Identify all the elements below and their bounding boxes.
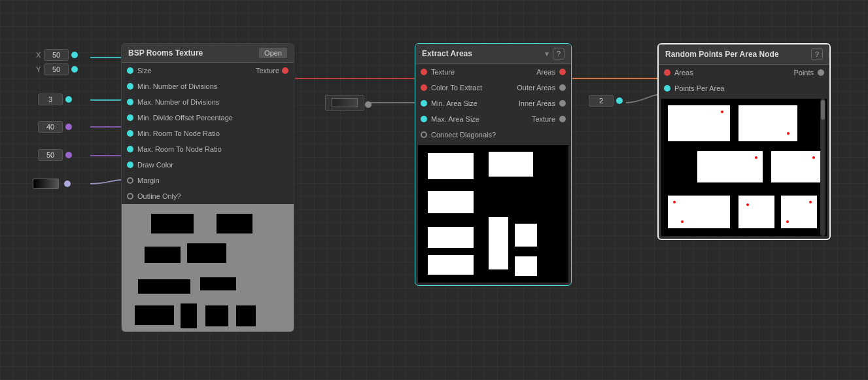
color-inner <box>332 98 358 107</box>
room-rect-4 <box>187 243 226 263</box>
texture-row: Texture Areas <box>415 64 571 80</box>
random-areas-row: Areas Points <box>659 65 829 80</box>
margin-label: Margin <box>137 177 288 184</box>
random-areas-label: Areas <box>674 69 793 77</box>
extract-rect-2 <box>428 191 474 213</box>
rp-rect-3 <box>697 151 763 182</box>
extract-preview <box>418 145 568 283</box>
min-divisions-row: Min. Number of Divisions <box>122 78 294 94</box>
num-input-40 <box>38 121 72 133</box>
help-icon[interactable]: ? <box>553 48 564 60</box>
x-input[interactable] <box>44 49 69 61</box>
texture-label: Texture <box>256 67 279 75</box>
x-label: X <box>36 51 44 59</box>
max-room-label: Max. Room To Node Ratio <box>137 145 288 153</box>
draw-color-row: Draw Color <box>122 157 294 173</box>
room-rect-9 <box>205 305 228 326</box>
ratio-socket <box>65 152 72 158</box>
extract-rect-3 <box>428 227 474 248</box>
min-div-label: Min. Number of Divisions <box>137 82 288 90</box>
texture-in-socket <box>421 69 427 75</box>
texture-row-label: Texture <box>431 68 536 76</box>
margin-row: Margin <box>122 173 294 188</box>
rp-rect-7 <box>781 196 817 228</box>
random-areas-in-socket <box>664 69 670 76</box>
max-room-ratio-row: Max. Room To Node Ratio <box>122 141 294 157</box>
x-socket <box>71 52 78 58</box>
y-label: Y <box>36 65 44 73</box>
rp-dot-4 <box>812 156 815 159</box>
y-control: Y <box>36 63 78 75</box>
extract-header: Extract Areas ▼ ? <box>415 44 571 64</box>
min-area-row: Min. Area Size Inner Areas <box>415 95 571 111</box>
color-connector-dot <box>365 101 375 110</box>
size-socket <box>127 67 133 74</box>
extract-rect-5 <box>489 152 533 177</box>
room-rect-1 <box>151 214 194 233</box>
rp-dot-5 <box>673 201 676 203</box>
y-input[interactable] <box>44 63 69 75</box>
color-extract-label: Color To Extract <box>431 84 517 92</box>
extract-rect-8 <box>515 256 537 276</box>
xy-controls: X Y <box>36 49 78 78</box>
rp-dot-3 <box>755 156 757 159</box>
extract-rect-6 <box>489 217 508 269</box>
extract-rect-7 <box>515 224 537 247</box>
rp-dot-1 <box>721 111 723 113</box>
min-offset-label: Min. Divide Offset Percentage <box>137 114 288 122</box>
random-panel: Random Points Per Area Node ? Areas Poin… <box>657 43 831 240</box>
outline-label: Outline Only? <box>137 192 288 200</box>
min-room-socket <box>127 130 133 137</box>
area-node-input[interactable] <box>589 95 614 107</box>
color-thumbnail-extract <box>325 95 364 111</box>
random-scrollbar[interactable] <box>820 99 825 236</box>
diagonals-label: Connect Diagonals? <box>431 131 566 139</box>
divisions-socket <box>65 96 72 103</box>
random-header-icons: ? <box>811 48 823 60</box>
min-div-socket <box>127 83 133 90</box>
room-rect-8 <box>181 303 197 328</box>
diagonals-socket <box>421 131 427 138</box>
rp-rect-6 <box>738 196 774 228</box>
points-per-area-label: Points Per Area <box>674 84 824 92</box>
random-title: Random Points Per Area Node <box>665 50 779 59</box>
random-header: Random Points Per Area Node ? <box>659 44 829 65</box>
max-div-socket <box>127 99 133 105</box>
draw-color-socket <box>127 162 133 168</box>
min-offset-row: Min. Divide Offset Percentage <box>122 110 294 126</box>
x-control: X <box>36 49 78 61</box>
bsp-panel: BSP Rooms Texture Open Size Texture Min.… <box>121 43 294 332</box>
min-area-label: Min. Area Size <box>431 99 519 107</box>
min-area-socket <box>421 100 427 107</box>
color-swatch-display[interactable] <box>33 179 59 189</box>
random-points-out-label: Points <box>793 69 814 77</box>
extract-header-icons: ▼ ? <box>541 48 564 60</box>
areas-out-label: Areas <box>536 68 555 76</box>
room-rect-7 <box>135 305 174 325</box>
room-rect-2 <box>217 214 252 233</box>
extract-rect-1 <box>428 153 474 179</box>
color-socket <box>64 181 71 187</box>
max-area-socket <box>421 116 427 122</box>
offset-input[interactable] <box>38 121 63 133</box>
expand-icon[interactable]: ▼ <box>544 50 550 58</box>
points-per-area-socket <box>664 85 670 92</box>
area-node-input-group <box>589 95 623 107</box>
room-rect-6 <box>200 277 236 290</box>
num-input-50 <box>38 149 72 161</box>
ratio-input[interactable] <box>38 149 63 161</box>
texture-socket-out <box>282 67 288 74</box>
size-row: Size Texture <box>122 63 294 78</box>
min-room-ratio-row: Min. Room To Node Ratio <box>122 126 294 141</box>
draw-color-label: Draw Color <box>137 161 288 169</box>
random-help-icon[interactable]: ? <box>811 48 823 60</box>
bsp-title: BSP Rooms Texture <box>128 48 203 58</box>
divisions-min-input[interactable] <box>38 94 63 105</box>
offset-socket <box>65 124 72 130</box>
inner-areas-label: Inner Areas <box>519 99 555 107</box>
rp-rect-2 <box>738 105 797 141</box>
bsp-header: BSP Rooms Texture Open <box>122 44 294 63</box>
num-input-3 <box>38 94 72 105</box>
open-button[interactable]: Open <box>259 48 287 58</box>
random-points-out-socket <box>818 69 824 76</box>
